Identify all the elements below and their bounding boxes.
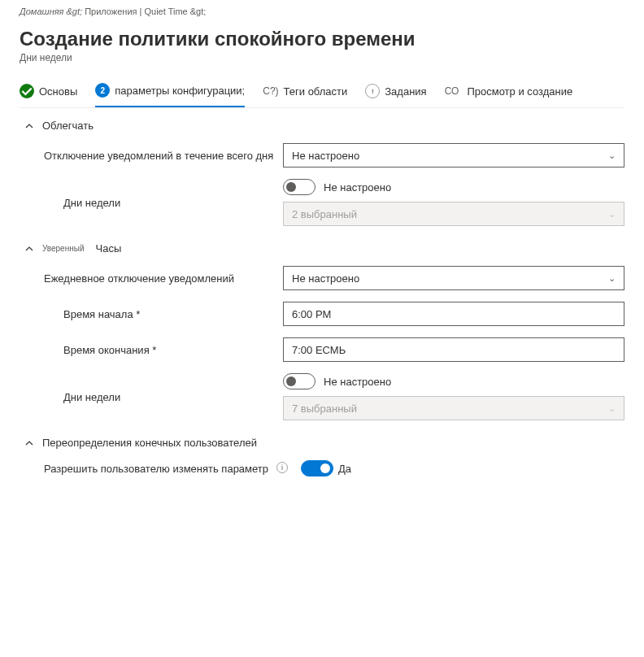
hours-days-toggle-label: Не настроено xyxy=(324,376,391,388)
row-start-time: Время начала * xyxy=(20,302,624,326)
hours-days-label: Дни недели xyxy=(63,391,283,403)
start-time-label: Время начала * xyxy=(63,308,283,320)
wizard-step-review-label: Просмотр и создание xyxy=(467,85,572,98)
row-end-time: Время окончания * xyxy=(20,337,624,362)
hours-days-select: 7 выбранный ⌄ xyxy=(283,396,624,420)
step-number-icon: 2 xyxy=(95,83,110,98)
daily-mute-value: Не настроено xyxy=(292,272,359,285)
chevron-down-icon: ⌄ xyxy=(608,150,616,161)
row-relieve-days: Дни недели Не настроено 2 выбранный ⌄ xyxy=(20,179,624,226)
wizard-step-scope-marker: С?) xyxy=(263,85,278,97)
section-hours: Уверенный Часы Ежедневное отключение уве… xyxy=(20,242,624,420)
allow-user-change-toggle[interactable] xyxy=(301,460,333,476)
relieve-days-toggle-label: Не настроено xyxy=(324,181,391,194)
section-overrides-header[interactable]: Переопределения конечных пользователей xyxy=(20,437,624,449)
breadcrumb: Домашняя &gt; Приложения | Quiet Time &g… xyxy=(20,7,624,16)
end-time-label: Время окончания * xyxy=(63,344,283,356)
section-relieve-header[interactable]: Облегчать xyxy=(20,120,624,132)
daily-mute-label: Ежедневное отключение уведомлений xyxy=(44,272,283,285)
wizard-step-review-marker: СО xyxy=(445,85,459,97)
relieve-days-toggle[interactable] xyxy=(283,179,315,195)
allow-user-change-label: Разрешить пользователю изменять параметр xyxy=(44,463,268,475)
daily-mute-select[interactable]: Не настроено ⌄ xyxy=(283,266,624,290)
wizard-step-scope-label: Теги области xyxy=(284,85,348,98)
hours-days-toggle[interactable] xyxy=(283,373,315,389)
wizard-step-config[interactable]: 2 параметры конфигурации; xyxy=(95,83,245,107)
chevron-up-icon xyxy=(24,244,34,254)
wizard-step-review[interactable]: СО Просмотр и создание xyxy=(445,85,573,106)
check-icon xyxy=(20,84,34,98)
start-time-input[interactable] xyxy=(283,302,624,326)
wizard-step-basics[interactable]: Основы xyxy=(20,84,77,107)
hours-days-selected: 7 выбранный xyxy=(292,402,357,415)
page-subtitle: Дни недели xyxy=(20,52,624,63)
wizard-step-assignments-label: Задания xyxy=(385,85,426,98)
section-hours-small: Уверенный xyxy=(42,244,85,253)
relieve-days-selected: 2 выбранный xyxy=(292,208,357,220)
allday-mute-value: Не настроено xyxy=(292,150,359,162)
row-allday-mute: Отключение уведомлений в течение всего д… xyxy=(20,143,624,168)
chevron-down-icon: ⌄ xyxy=(608,209,616,220)
wizard-steps: Основы 2 параметры конфигурации; С?) Тег… xyxy=(20,83,624,108)
row-allow-user-change: Разрешить пользователю изменять параметр… xyxy=(20,460,624,476)
section-hours-header[interactable]: Уверенный Часы xyxy=(20,242,624,255)
chevron-up-icon xyxy=(24,438,34,448)
chevron-up-icon xyxy=(24,121,34,131)
section-overrides-title: Переопределения конечных пользователей xyxy=(42,437,257,449)
allday-mute-select[interactable]: Не настроено ⌄ xyxy=(283,143,624,168)
page-title: Создание политики спокойного времени xyxy=(20,28,624,50)
relieve-days-select: 2 выбранный ⌄ xyxy=(283,202,624,226)
wizard-step-basics-label: Основы xyxy=(39,85,77,98)
end-time-input[interactable] xyxy=(283,337,624,362)
allow-user-change-value: Да xyxy=(338,463,351,475)
allday-mute-label: Отключение уведомлений в течение всего д… xyxy=(44,150,283,162)
relieve-days-label: Дни недели xyxy=(63,197,283,209)
wizard-step-config-label: параметры конфигурации; xyxy=(115,85,245,97)
wizard-step-scope-tags[interactable]: С?) Теги области xyxy=(263,85,347,106)
info-icon[interactable]: i xyxy=(276,462,288,473)
section-hours-title: Часы xyxy=(96,242,122,255)
section-overrides: Переопределения конечных пользователей Р… xyxy=(20,437,624,476)
chevron-down-icon: ⌄ xyxy=(608,273,616,284)
chevron-down-icon: ⌄ xyxy=(608,403,616,414)
wizard-step-assignments[interactable]: ! Задания xyxy=(365,84,426,107)
row-hours-days: Дни недели Не настроено 7 выбранный ⌄ xyxy=(20,373,624,420)
row-daily-mute: Ежедневное отключение уведомлений Не нас… xyxy=(20,266,624,290)
breadcrumb-home[interactable]: Домашняя &gt; xyxy=(20,7,82,16)
circle-icon: ! xyxy=(365,84,380,98)
breadcrumb-path[interactable]: Приложения | Quiet Time &gt; xyxy=(85,7,206,16)
section-relieve-title: Облегчать xyxy=(42,120,94,132)
section-relieve: Облегчать Отключение уведомлений в течен… xyxy=(20,120,624,226)
